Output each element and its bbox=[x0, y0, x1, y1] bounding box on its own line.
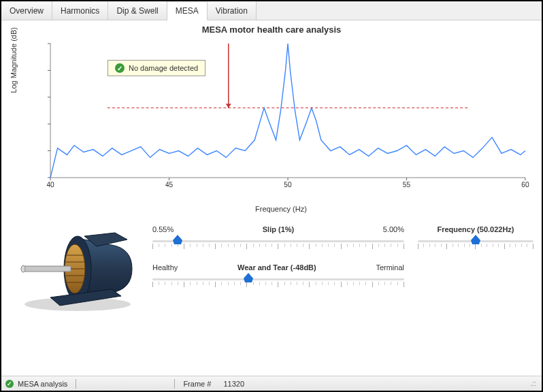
slider-panel: 0.55% Slip (1%) 5.00% bbox=[152, 221, 533, 373]
chart-xlabel: Frequency (Hz) bbox=[26, 205, 536, 213]
chart-legend: ✓ No damage detected bbox=[108, 60, 205, 76]
tab-dipswell[interactable]: Dip & Swell bbox=[108, 1, 167, 20]
check-icon: ✓ bbox=[115, 63, 125, 73]
app-window: Overview Harmonics Dip & Swell MESA Vibr… bbox=[0, 0, 543, 392]
slider-min-label: Healthy bbox=[152, 263, 178, 272]
chart-title: MESA motor health care analysis bbox=[7, 24, 536, 35]
slider-track[interactable] bbox=[418, 236, 533, 251]
chart-plot[interactable]: -100-80-60-40-2004045505560 ✓ No damage … bbox=[46, 41, 529, 190]
slider-slip[interactable]: 0.55% Slip (1%) 5.00% bbox=[152, 225, 404, 251]
svg-text:45: 45 bbox=[165, 181, 174, 189]
tab-label: Vibration bbox=[216, 6, 248, 16]
tab-mesa[interactable]: MESA bbox=[167, 2, 208, 20]
chart-ylabel: Log Magnitude (dB) bbox=[10, 27, 18, 93]
slider-min-label: 0.55% bbox=[152, 225, 174, 233]
slider-max-label: 5.00% bbox=[383, 225, 404, 233]
slider-track[interactable] bbox=[152, 236, 404, 251]
slider-title: Frequency (50.022Hz) bbox=[437, 225, 514, 233]
check-icon: ✓ bbox=[5, 380, 14, 388]
resize-grip-icon[interactable]: .:: bbox=[531, 380, 538, 387]
slider-wear[interactable]: Healthy Wear and Tear (-48dB) Terminal bbox=[152, 263, 404, 289]
status-frame-value: 11320 bbox=[223, 380, 244, 388]
tab-vibration[interactable]: Vibration bbox=[208, 1, 257, 20]
chart-legend-text: No damage detected bbox=[129, 64, 198, 72]
slider-frequency[interactable]: Frequency (50.022Hz) bbox=[418, 225, 533, 251]
status-label: MESA analysis bbox=[18, 380, 67, 388]
slider-max-label: Terminal bbox=[376, 263, 404, 272]
tab-label: Overview bbox=[10, 6, 44, 16]
tab-strip: Overview Harmonics Dip & Swell MESA Vibr… bbox=[1, 1, 542, 20]
svg-text:40: 40 bbox=[46, 181, 54, 189]
status-frame-label: Frame # bbox=[183, 380, 211, 388]
slider-thumb[interactable] bbox=[173, 235, 182, 244]
slider-title: Wear and Tear (-48dB) bbox=[237, 263, 316, 272]
tab-overview[interactable]: Overview bbox=[1, 1, 52, 20]
slider-thumb[interactable] bbox=[244, 273, 253, 282]
svg-text:50: 50 bbox=[284, 181, 292, 189]
status-bar: ✓ MESA analysis Frame # 11320 .:: bbox=[1, 376, 542, 391]
svg-rect-34 bbox=[23, 266, 71, 272]
slider-title: Slip (1%) bbox=[263, 225, 294, 233]
svg-text:55: 55 bbox=[403, 181, 411, 189]
content-pane: MESA motor health care analysis Log Magn… bbox=[1, 20, 542, 376]
tab-label: MESA bbox=[176, 6, 199, 16]
motor-image bbox=[10, 221, 146, 316]
lower-panel: 0.55% Slip (1%) 5.00% bbox=[7, 217, 536, 376]
svg-text:60: 60 bbox=[521, 181, 529, 189]
tab-label: Dip & Swell bbox=[116, 6, 158, 16]
slider-thumb[interactable] bbox=[471, 235, 480, 244]
svg-point-35 bbox=[21, 265, 25, 272]
chart-area: Log Magnitude (dB) -100-80-60-40-2004045… bbox=[26, 37, 536, 214]
tab-harmonics[interactable]: Harmonics bbox=[52, 1, 108, 20]
tab-label: Harmonics bbox=[61, 6, 99, 16]
slider-track[interactable] bbox=[152, 274, 404, 289]
